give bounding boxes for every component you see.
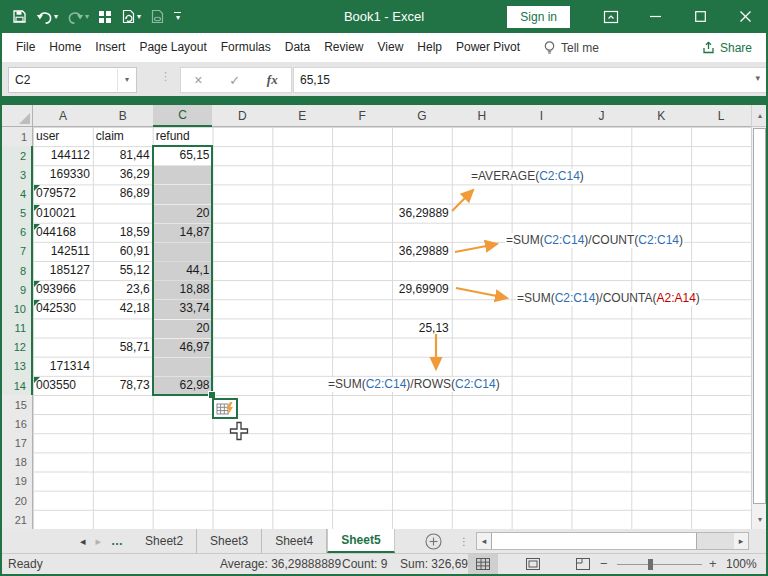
- zoom-slider-track[interactable]: [617, 564, 702, 565]
- row-header-11[interactable]: 11: [0, 319, 33, 339]
- row-header-6[interactable]: 6: [0, 223, 33, 243]
- col-header-H[interactable]: H: [452, 105, 513, 127]
- ribbon-tab-home[interactable]: Home: [42, 33, 88, 62]
- previous-sheet-icon[interactable]: ◂: [80, 535, 86, 548]
- ribbon-tab-data[interactable]: Data: [278, 33, 317, 62]
- cell-A6[interactable]: 044168: [33, 223, 93, 242]
- cell-B6[interactable]: 18,59: [93, 223, 153, 242]
- cell-B1[interactable]: claim: [93, 127, 153, 146]
- row-header-5[interactable]: 5: [0, 204, 33, 224]
- row-header-15[interactable]: 15: [0, 395, 33, 415]
- more-sheets-indicator[interactable]: …: [111, 534, 124, 548]
- row-header-14[interactable]: 14: [0, 376, 33, 396]
- minimize-button[interactable]: [633, 0, 678, 33]
- cell-B2[interactable]: 81,44: [93, 146, 153, 165]
- cell-A10[interactable]: 042530: [33, 299, 93, 318]
- col-header-I[interactable]: I: [512, 105, 573, 127]
- row-header-9[interactable]: 9: [0, 280, 33, 300]
- ribbon-tab-insert[interactable]: Insert: [88, 33, 132, 62]
- col-header-G[interactable]: G: [392, 105, 453, 127]
- cancel-entry-button[interactable]: ×: [194, 72, 202, 88]
- cell-A2[interactable]: 144112: [33, 146, 93, 165]
- cell-C9[interactable]: 18,88: [153, 280, 213, 299]
- redo-dropdown-icon[interactable]: ▾: [85, 12, 89, 21]
- cell-B10[interactable]: 42,18: [93, 299, 153, 318]
- row-header-16[interactable]: 16: [0, 414, 33, 434]
- cell-G9[interactable]: 29,69909: [392, 280, 452, 299]
- ribbon-display-options-button[interactable]: [588, 0, 633, 33]
- row-header-2[interactable]: 2: [0, 146, 33, 166]
- zoom-slider-thumb[interactable]: [648, 559, 653, 570]
- name-box-dropdown-icon[interactable]: ▾: [117, 69, 136, 91]
- confirm-entry-button[interactable]: ✓: [229, 73, 240, 88]
- ribbon-tab-formulas[interactable]: Formulas: [214, 33, 278, 62]
- ribbon-tab-help[interactable]: Help: [410, 33, 449, 62]
- ribbon-tab-file[interactable]: File: [9, 33, 42, 62]
- new-sheet-button[interactable]: [425, 529, 442, 553]
- name-box[interactable]: C2 ▾: [8, 67, 137, 93]
- linked-document-icon[interactable]: [150, 9, 165, 24]
- cell-B14[interactable]: 78,73: [93, 376, 153, 395]
- expand-formula-bar-icon[interactable]: ▾: [755, 73, 760, 83]
- customize-qat-dropdown-icon[interactable]: ▾: [174, 12, 181, 22]
- page-break-preview-button[interactable]: [568, 554, 598, 574]
- horizontal-scrollbar[interactable]: ◂ ▸: [476, 532, 749, 550]
- col-header-D[interactable]: D: [212, 105, 273, 127]
- cell-A14[interactable]: 003550: [33, 376, 93, 395]
- cell-C12[interactable]: 46,97: [153, 338, 213, 357]
- row-header-7[interactable]: 7: [0, 242, 33, 262]
- row-header-20[interactable]: 20: [0, 491, 33, 511]
- row-header-8[interactable]: 8: [0, 261, 33, 281]
- save-icon[interactable]: [12, 9, 27, 24]
- quick-analysis-button[interactable]: [212, 398, 238, 419]
- zoom-in-button[interactable]: +: [709, 556, 717, 571]
- cell-C14[interactable]: 62,98: [153, 376, 213, 395]
- cell-A3[interactable]: 169330: [33, 165, 93, 184]
- refresh-document-button[interactable]: ▾: [121, 9, 141, 24]
- vertical-scrollbar-thumb[interactable]: [753, 128, 766, 504]
- cell-A7[interactable]: 142511: [33, 242, 93, 261]
- scroll-down-icon[interactable]: ▾: [752, 509, 768, 529]
- cell-B7[interactable]: 60,91: [93, 242, 153, 261]
- cell-B8[interactable]: 55,12: [93, 261, 153, 280]
- col-header-A[interactable]: A: [33, 105, 94, 127]
- col-header-F[interactable]: F: [332, 105, 393, 127]
- col-header-K[interactable]: K: [631, 105, 692, 127]
- cell-B4[interactable]: 86,89: [93, 184, 153, 203]
- ribbon-tab-view[interactable]: View: [371, 33, 411, 62]
- cell-B12[interactable]: 58,71: [93, 338, 153, 357]
- cell-C6[interactable]: 14,87: [153, 223, 213, 242]
- normal-view-button[interactable]: [468, 554, 498, 574]
- vertical-scrollbar[interactable]: ▴ ▾: [751, 105, 768, 529]
- selected-cell-C13[interactable]: [154, 358, 213, 376]
- row-header-18[interactable]: 18: [0, 453, 33, 473]
- cell-G5[interactable]: 36,29889: [392, 204, 452, 223]
- cell-G11[interactable]: 25,13: [392, 319, 452, 338]
- zoom-out-button[interactable]: −: [600, 556, 608, 571]
- refresh-document-dropdown-icon[interactable]: ▾: [137, 12, 141, 21]
- cell-A4[interactable]: 079572: [33, 184, 93, 203]
- sheet-tab-sheet5[interactable]: Sheet5: [327, 529, 394, 553]
- cell-C5[interactable]: 20: [153, 204, 213, 223]
- col-header-J[interactable]: J: [571, 105, 632, 127]
- tab-strip-resize-handle[interactable]: ⋮: [459, 529, 469, 553]
- share-button[interactable]: Share: [702, 41, 752, 55]
- col-header-L[interactable]: L: [691, 105, 751, 127]
- formula-input[interactable]: 65,15: [293, 67, 768, 93]
- sheet-tab-sheet3[interactable]: Sheet3: [197, 529, 262, 553]
- cell-B3[interactable]: 36,29: [93, 165, 153, 184]
- col-header-E[interactable]: E: [272, 105, 333, 127]
- cell-A5[interactable]: 010021: [33, 204, 93, 223]
- zoom-level[interactable]: 100%: [726, 557, 757, 571]
- row-header-4[interactable]: 4: [0, 184, 33, 204]
- sheet-tab-sheet4[interactable]: Sheet4: [262, 529, 327, 553]
- select-all-button[interactable]: [0, 105, 33, 127]
- horizontal-scrollbar-thumb[interactable]: [491, 533, 697, 549]
- scroll-right-icon[interactable]: ▸: [734, 533, 748, 549]
- tell-me-button[interactable]: Tell me: [543, 40, 599, 55]
- ribbon-tab-page-layout[interactable]: Page Layout: [132, 33, 213, 62]
- row-header-1[interactable]: 1: [0, 127, 33, 147]
- page-layout-view-button[interactable]: [518, 554, 548, 574]
- scroll-left-icon[interactable]: ◂: [477, 533, 491, 549]
- selected-cell-C3[interactable]: [154, 166, 213, 184]
